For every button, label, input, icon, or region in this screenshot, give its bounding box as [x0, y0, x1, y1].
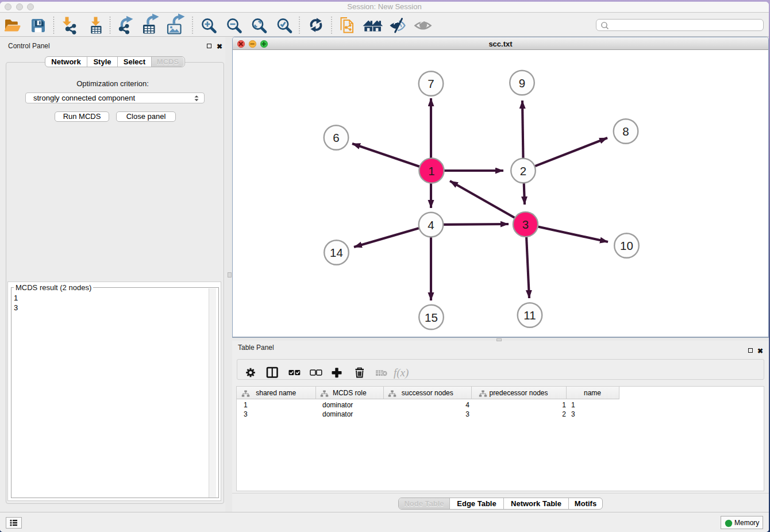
svg-text:11: 11	[523, 309, 536, 322]
svg-text:6: 6	[333, 131, 339, 144]
svg-text:14: 14	[330, 246, 343, 259]
svg-text:8: 8	[622, 125, 629, 138]
svg-text:15: 15	[425, 311, 438, 324]
svg-text:3: 3	[522, 218, 529, 231]
svg-text:7: 7	[428, 77, 434, 90]
svg-text:10: 10	[620, 239, 633, 252]
svg-text:f(x): f(x)	[394, 367, 409, 379]
svg-text:2: 2	[520, 164, 526, 178]
svg-text:9: 9	[519, 76, 525, 90]
svg-text:1: 1	[428, 164, 434, 178]
svg-text:4: 4	[428, 218, 434, 232]
